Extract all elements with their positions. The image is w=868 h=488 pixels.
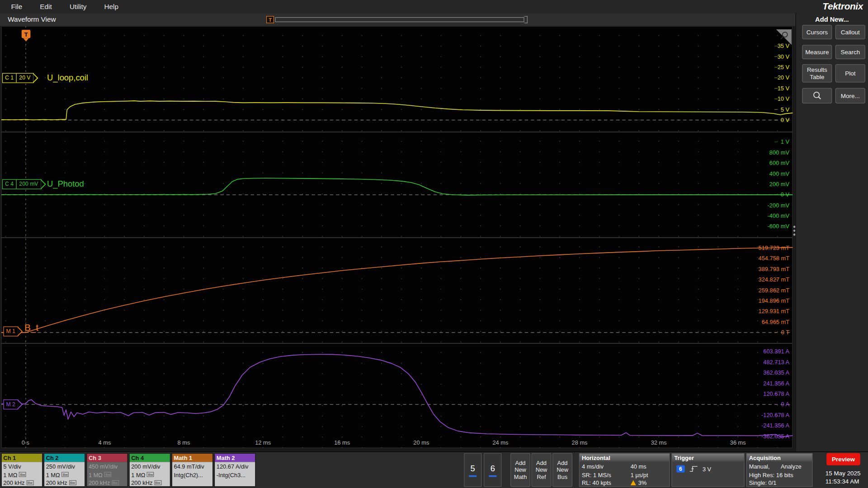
channel-mini-badge-5[interactable]: 5 bbox=[464, 453, 481, 487]
add-button-label: AddNewBus bbox=[557, 459, 568, 481]
y-tick-label: -200 mV bbox=[768, 202, 790, 209]
channel-mini-badge-6[interactable]: 6 bbox=[484, 453, 501, 487]
channel-bandwidth: 200 kHzBw bbox=[89, 479, 126, 487]
bandwidth-icon: Bw bbox=[104, 472, 112, 477]
trigger-panel[interactable]: Trigger 6 3 V bbox=[671, 453, 745, 487]
y-tick-label: 1 V bbox=[781, 138, 790, 145]
sidebar-button-measure[interactable]: Measure bbox=[802, 45, 832, 59]
bandwidth-icon: Bw bbox=[69, 480, 76, 485]
menu-item-edit[interactable]: Edit bbox=[31, 0, 61, 13]
y-tick-label: -120.678 A bbox=[761, 412, 790, 418]
sidebar-button-zoom[interactable] bbox=[802, 88, 832, 103]
rising-edge-icon bbox=[689, 465, 698, 473]
y-tick-label: 482.713 A bbox=[763, 359, 789, 366]
menu-item-file[interactable]: File bbox=[2, 0, 31, 13]
magnifier-icon bbox=[812, 91, 822, 101]
add-new-add-ref-button[interactable]: AddNewRef bbox=[532, 453, 552, 487]
channel-badge-math2[interactable]: Math 2120.67 A/div-Intg(Ch3... bbox=[214, 453, 256, 487]
channel-impedance: 1 MΩBw bbox=[46, 470, 83, 479]
channel-badge-ch2[interactable]: Ch 2250 mV/div1 MΩBw200 kHzBw bbox=[44, 453, 85, 487]
horizontal-sample-rate: SR: 1 MS/s bbox=[582, 470, 631, 479]
y-tick-label: 25 V bbox=[778, 64, 790, 70]
sidebar-button-more[interactable]: More... bbox=[835, 88, 865, 103]
channel-badge-ch1[interactable]: Ch 15 V/div1 MΩBw200 kHzBw bbox=[1, 453, 42, 487]
y-tick-label: 603.391 A bbox=[763, 348, 789, 355]
horizontal-panel[interactable]: Horizontal 4 ms/div 40 ms SR: 1 MS/s 1 µ… bbox=[579, 453, 670, 487]
tag-arrow-inner bbox=[18, 401, 22, 408]
navigator-position-bar[interactable] bbox=[275, 17, 524, 22]
mini-badge-number: 5 bbox=[471, 464, 475, 473]
trigger-source-badge: 6 bbox=[676, 465, 684, 473]
y-tick-label: 120.678 A bbox=[763, 390, 789, 397]
acquisition-mode: Manual, bbox=[749, 463, 770, 471]
bandwidth-icon: Bw bbox=[112, 480, 119, 485]
channel-tag-b-t[interactable]: M 1 bbox=[3, 326, 18, 336]
sidebar-button-results-table[interactable]: Results Table bbox=[802, 64, 832, 82]
channel-badge-body: 5 V/div1 MΩBw200 kHzBw bbox=[2, 462, 42, 486]
horizontal-position-cell: 3% bbox=[631, 479, 668, 487]
sidebar-button-plot[interactable]: Plot bbox=[835, 64, 865, 82]
preview-button[interactable]: Preview bbox=[826, 453, 860, 465]
channel-badge-ch3[interactable]: Ch 3450 mV/div1 MΩBw200 kHzBw bbox=[86, 453, 128, 487]
menu-item-help[interactable]: Help bbox=[95, 0, 127, 13]
channel-tag-u-loop-coil[interactable]: C 120 V bbox=[2, 73, 34, 83]
channel-impedance: -Intg(Ch3... bbox=[217, 470, 254, 479]
channel-badge-body: 200 mV/div1 MΩBw200 kHzBw bbox=[130, 462, 170, 486]
channel-badge-header: Ch 2 bbox=[44, 454, 85, 462]
channel-tag-label: M 2 bbox=[4, 400, 18, 409]
bandwidth-icon: Bw bbox=[61, 472, 69, 477]
acquisition-single: Single: 0/1 bbox=[749, 479, 812, 487]
horizontal-record-length: RL: 40 kpts bbox=[582, 479, 631, 487]
tag-arrow-inner bbox=[33, 74, 38, 82]
bandwidth-icon: Bw bbox=[154, 480, 161, 485]
channel-scale: 120.67 A/div bbox=[217, 463, 254, 471]
horizontal-panel-title: Horizontal bbox=[580, 454, 669, 461]
y-tick-label: 400 mV bbox=[769, 170, 790, 177]
bottom-bar: Ch 15 V/div1 MΩBw200 kHzBwCh 2250 mV/div… bbox=[0, 451, 868, 488]
waveform-canvas[interactable]: 35 V30 V25 V20 V15 V10 V5 V0 V1 V800 mV6… bbox=[1, 26, 793, 448]
y-tick-label: -241.356 A bbox=[761, 422, 790, 429]
acquisition-panel[interactable]: Acquisition Manual, Analyze High Res: 16… bbox=[746, 453, 813, 487]
y-tick-label: 519.723 mT bbox=[759, 244, 790, 251]
y-tick-label: 129.931 mT bbox=[759, 308, 790, 314]
channel-tag-m2-current[interactable]: M 2 bbox=[3, 399, 18, 409]
x-tick-label: 12 ms bbox=[255, 439, 271, 446]
add-new-add-math-button[interactable]: AddNewMath bbox=[510, 453, 530, 487]
navigator-trigger-marker[interactable]: T bbox=[266, 16, 274, 23]
y-tick-label: 35 V bbox=[778, 42, 790, 49]
navigator-end-cap bbox=[524, 16, 528, 23]
sidebar-button-cursors[interactable]: Cursors bbox=[802, 25, 832, 39]
channel-tag-label: C 1 bbox=[3, 74, 16, 83]
add-new-add-bus-button[interactable]: AddNewBus bbox=[552, 453, 572, 487]
waveform-plot-area[interactable]: 35 V30 V25 V20 V15 V10 V5 V0 V1 V800 mV6… bbox=[1, 26, 793, 448]
warning-icon bbox=[631, 480, 636, 485]
horizontal-window: 40 ms bbox=[631, 463, 668, 471]
y-tick-label: 324.827 mT bbox=[759, 276, 790, 283]
mini-badge-accent bbox=[469, 475, 476, 477]
y-tick-label: -400 mV bbox=[768, 212, 790, 219]
channel-badge-math1[interactable]: Math 164.9 mT/divIntg(Ch2)... bbox=[172, 453, 213, 487]
y-tick-label: 241.356 A bbox=[763, 380, 789, 387]
right-sidebar: Add New... CursorsCalloutMeasureSearchRe… bbox=[796, 13, 868, 451]
y-tick-label: 600 mV bbox=[769, 160, 790, 166]
sidebar-button-callout[interactable]: Callout bbox=[835, 25, 865, 39]
horizontal-resolution: 1 µs/pt bbox=[631, 470, 668, 479]
y-tick-label: 0 T bbox=[781, 329, 789, 336]
channel-scale: 250 mV/div bbox=[46, 463, 83, 471]
sidebar-button-search[interactable]: Search bbox=[835, 45, 865, 59]
bandwidth-icon: Bw bbox=[147, 472, 154, 477]
channel-tag-scale: 200 mV bbox=[16, 180, 41, 189]
y-tick-label: 259.862 mT bbox=[759, 287, 790, 294]
add-button-label: AddNewMath bbox=[514, 459, 527, 481]
channel-impedance: 1 MΩBw bbox=[89, 470, 126, 479]
channel-badge-ch4[interactable]: Ch 4200 mV/div1 MΩBw200 kHzBw bbox=[129, 453, 170, 487]
channel-tag-u-photod[interactable]: C 4200 mV bbox=[2, 179, 42, 189]
channel-badge-header: Ch 3 bbox=[87, 454, 127, 462]
x-tick-label: 36 ms bbox=[730, 439, 746, 446]
y-tick-label: 389.793 mT bbox=[759, 266, 790, 272]
y-tick-label: 362.035 A bbox=[763, 369, 789, 376]
channel-tag-scale: 20 V bbox=[16, 74, 33, 83]
menu-item-utility[interactable]: Utility bbox=[61, 0, 95, 13]
date-label: 15 May 2025 bbox=[826, 469, 861, 477]
horizontal-panel-body: 4 ms/div 40 ms SR: 1 MS/s 1 µs/pt RL: 40… bbox=[580, 461, 669, 487]
